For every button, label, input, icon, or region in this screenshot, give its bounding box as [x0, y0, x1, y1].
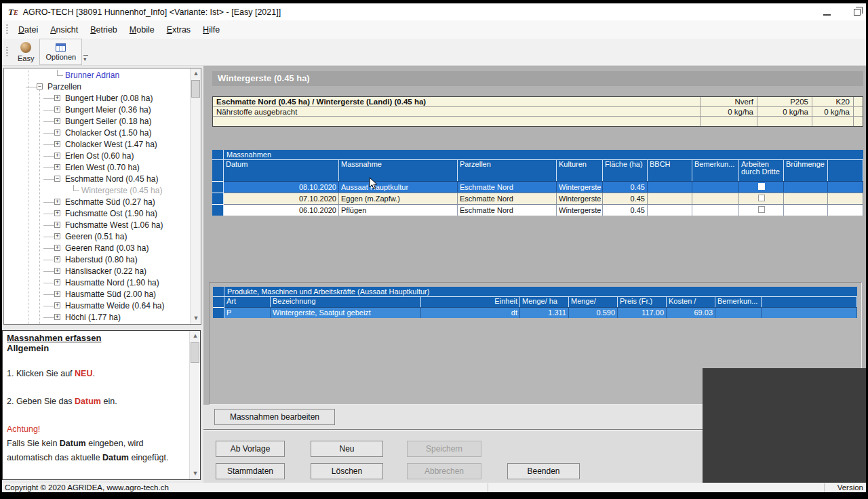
- dritte-cell[interactable]: [739, 193, 784, 204]
- tree-item-label[interactable]: Wintergerste (0.45 ha): [81, 185, 162, 197]
- tree-item-label[interactable]: Geeren (0.51 ha): [65, 231, 127, 243]
- column-header-menge-[interactable]: Menge/: [569, 297, 618, 307]
- tree-item-brunner-adrian[interactable]: Brunner Adrian: [4, 70, 189, 81]
- bbch-cell[interactable]: [648, 193, 692, 204]
- expand-icon[interactable]: +: [54, 233, 60, 239]
- flaeche-cell[interactable]: 0.45: [603, 193, 648, 204]
- column-header-bbch[interactable]: BBCH: [648, 160, 692, 181]
- expand-icon[interactable]: +: [54, 106, 60, 113]
- kulturen-cell[interactable]: Wintergerste: [557, 204, 603, 216]
- column-header-art[interactable]: Art: [224, 297, 271, 307]
- expand-icon[interactable]: +: [54, 118, 60, 124]
- tree-item-hänslisacker-0-22-ha-[interactable]: +Hänslisacker (0.22 ha): [4, 266, 189, 277]
- tree-item-label[interactable]: Geeren Rand (0.03 ha): [65, 243, 149, 254]
- tree-item-eschmatte-nord-0-45-ha-[interactable]: −Eschmatte Nord (0.45 ha): [4, 174, 189, 185]
- bruehmenge-cell[interactable]: [784, 204, 828, 216]
- column-header-bezeichnung[interactable]: Bezeichnung: [271, 297, 421, 307]
- menu-item-ansicht[interactable]: Ansicht: [44, 22, 84, 37]
- tree-item-label[interactable]: Fuchsmatte West (1.06 ha): [65, 220, 163, 231]
- tree-item-label[interactable]: Hausmatte Nord (1.90 ha): [65, 277, 159, 289]
- menu-item-betrieb[interactable]: Betrieb: [84, 22, 123, 37]
- expand-icon[interactable]: +: [54, 164, 60, 170]
- column-header-spacer[interactable]: [762, 297, 857, 307]
- tree-item-label[interactable]: Parzellen: [47, 81, 81, 93]
- beenden-button[interactable]: Beenden: [507, 463, 580, 479]
- scroll-down-icon[interactable]: ▼: [190, 468, 201, 479]
- dritte-checkbox[interactable]: [758, 206, 765, 213]
- column-header-bemerkun-[interactable]: Bemerkun...: [715, 297, 762, 307]
- column-header-einheit[interactable]: Einheit: [421, 297, 520, 307]
- expand-icon[interactable]: +: [54, 95, 60, 101]
- tree-item-hausmatte-nord-1-90-ha-[interactable]: +Hausmatte Nord (1.90 ha): [4, 277, 189, 289]
- scroll-down-icon[interactable]: ▼: [191, 313, 201, 324]
- tree-item-label[interactable]: Erlen Ost (0.60 ha): [65, 151, 134, 162]
- column-header-bemerkun-[interactable]: Bemerkun...: [692, 160, 739, 181]
- massnahme-cell[interactable]: Pflügen: [339, 204, 458, 216]
- parzellen-cell[interactable]: Eschmatte Nord: [458, 193, 557, 204]
- column-header-arbeiten-durch-dritte[interactable]: Arbeiten durch Dritte: [739, 160, 784, 181]
- tree-item[interactable]: +: [4, 323, 189, 324]
- column-header-preis-fr-[interactable]: Preis (Fr.): [618, 297, 667, 307]
- restore-icon[interactable]: [854, 9, 861, 16]
- flaeche-cell[interactable]: 0.45: [603, 204, 648, 216]
- dritte-cell[interactable]: [739, 181, 784, 193]
- column-header-br-hmenge[interactable]: Brühmenge: [784, 160, 828, 181]
- expand-icon[interactable]: +: [54, 210, 60, 216]
- tree-item-fuchsmatte-ost-1-90-ha-[interactable]: +Fuchsmatte Ost (1.90 ha): [4, 208, 189, 220]
- dritte-checkbox[interactable]: [758, 183, 765, 190]
- optionen-button[interactable]: Optionen: [39, 39, 82, 65]
- tree-item-eschmatte-süd-0-27-ha-[interactable]: +Eschmatte Süd (0.27 ha): [4, 197, 189, 208]
- loeschen-button[interactable]: Löschen: [311, 463, 383, 479]
- massnahmen-bearbeiten-button[interactable]: Massnahmen bearbeiten: [214, 409, 335, 425]
- tree-item-fuchsmatte-west-1-06-ha-[interactable]: +Fuchsmatte West (1.06 ha): [4, 220, 189, 231]
- expand-icon[interactable]: +: [54, 268, 60, 274]
- ab-vorlage-button[interactable]: Ab Vorlage: [216, 441, 285, 457]
- tree-item-bungert-seiler-0-18-ha-[interactable]: +Bungert Seiler (0.18 ha): [4, 116, 189, 127]
- massnahme-row[interactable]: 06.10.2020PflügenEschmatte NordWinterger…: [212, 204, 863, 216]
- row-selector[interactable]: [212, 204, 224, 216]
- scroll-up-icon[interactable]: ▲: [191, 68, 201, 79]
- bemerkung-cell[interactable]: [692, 204, 739, 216]
- tree-item-label[interactable]: Eschmatte Nord (0.45 ha): [65, 174, 158, 185]
- expand-icon[interactable]: +: [54, 141, 60, 147]
- tree-item-label[interactable]: Hausmatte Süd (2.00 ha): [65, 289, 156, 300]
- menge-cell[interactable]: 0.590: [569, 307, 618, 318]
- tree-item-label[interactable]: Hausmatte Weide (0.64 ha): [65, 300, 165, 312]
- tree-item-label[interactable]: Fuchsmatte Ost (1.90 ha): [65, 208, 157, 220]
- help-scrollbar[interactable]: ▲ ▼: [189, 331, 200, 479]
- tree-item-hausmatte-süd-2-00-ha-[interactable]: +Hausmatte Süd (2.00 ha): [4, 289, 189, 300]
- tree-item-label[interactable]: Haberstud (0.80 ha): [65, 254, 138, 266]
- expand-icon[interactable]: +: [54, 199, 60, 205]
- menu-item-datei[interactable]: Datei: [12, 22, 44, 37]
- expand-icon[interactable]: +: [54, 302, 60, 308]
- bbch-cell[interactable]: [648, 181, 692, 193]
- tree-item-cholacker-ost-1-50-ha-[interactable]: +Cholacker Ost (1.50 ha): [4, 127, 189, 139]
- parzellen-cell[interactable]: Eschmatte Nord: [458, 204, 557, 216]
- toolbar-overflow-icon[interactable]: ▾: [83, 55, 88, 62]
- massnahme-cell[interactable]: Eggen (m.Zapfw.): [339, 193, 458, 204]
- produkt-row[interactable]: PWintergerste, Saatgut gebeiztdt1.3110.5…: [213, 307, 857, 318]
- tree-item-label[interactable]: Bungert Seiler (0.18 ha): [65, 116, 151, 127]
- bruehmenge-cell[interactable]: [784, 193, 828, 204]
- tree-item-label[interactable]: Erlen West (0.70 ha): [65, 162, 140, 174]
- tree-item-label[interactable]: Cholacker West (1.47 ha): [65, 139, 157, 151]
- tree-item-bungert-meier-0-36-ha-[interactable]: +Bungert Meier (0.36 ha): [4, 104, 189, 116]
- tree-item-bungert-huber-0-08-ha-[interactable]: +Bungert Huber (0.08 ha): [4, 93, 189, 104]
- datum-cell[interactable]: 06.10.2020: [224, 204, 339, 216]
- menu-item-mobile[interactable]: Mobile: [123, 22, 161, 37]
- expand-icon[interactable]: +: [54, 314, 60, 320]
- preis-cell[interactable]: 117.00: [618, 307, 667, 318]
- massnahme-row[interactable]: 07.10.2020Eggen (m.Zapfw.)Eschmatte Nord…: [212, 193, 863, 204]
- column-header-fl-che-ha-[interactable]: Fläche (ha): [603, 160, 648, 181]
- tree-item-geeren-0-51-ha-[interactable]: +Geeren (0.51 ha): [4, 231, 189, 243]
- bemerkung-cell[interactable]: [715, 307, 762, 318]
- column-header-massnahme[interactable]: Massnahme: [339, 160, 458, 181]
- tree-item-label[interactable]: Brunner Adrian: [65, 70, 119, 81]
- collapse-icon[interactable]: −: [54, 176, 60, 182]
- dritte-checkbox[interactable]: [758, 195, 765, 201]
- bbch-cell[interactable]: [648, 204, 692, 216]
- tree-item-label[interactable]: Bungert Huber (0.08 ha): [65, 93, 153, 104]
- stammdaten-button[interactable]: Stammdaten: [216, 463, 285, 479]
- column-header-datum[interactable]: Datum: [224, 160, 339, 181]
- bezeichnung-cell[interactable]: Wintergerste, Saatgut gebeizt: [271, 307, 421, 318]
